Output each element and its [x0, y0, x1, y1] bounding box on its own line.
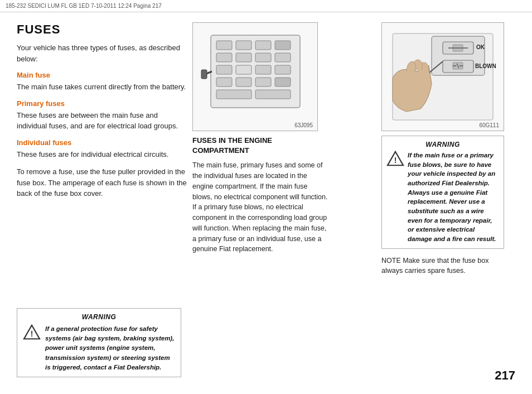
svg-rect-4: [275, 41, 291, 50]
warning-content-right: ! If the main fuse or a primary fuse blo…: [386, 151, 499, 244]
main-fuse-text: The main fuse takes current directly fro…: [17, 81, 190, 93]
warning-text-right: If the main fuse or a primary fuse blows…: [408, 151, 499, 244]
warning-header-bottom: WARNING: [23, 313, 175, 321]
ok-blown-svg: OK BLOWN: [387, 28, 499, 126]
section-primary-fuses: Primary fuses These fuses are between th…: [17, 99, 190, 132]
diagram-right-caption: 60G111: [479, 122, 499, 128]
warning-box-bottom: WARNING ! If a general protection fuse f…: [17, 308, 181, 377]
svg-rect-10: [236, 65, 252, 74]
svg-rect-2: [236, 41, 252, 50]
warning-content-bottom: ! If a general protection fuse for safet…: [23, 324, 175, 372]
svg-rect-17: [216, 90, 252, 99]
warning-triangle-icon-right: !: [386, 151, 404, 166]
engine-compartment-text: The main fuse, primary fuses and some of…: [192, 160, 329, 254]
svg-rect-16: [275, 78, 291, 87]
section-individual-fuses: Individual fuses These fuses are for ind…: [17, 138, 190, 160]
note-text: NOTE Make sure that the fuse box always …: [381, 256, 504, 277]
svg-rect-18: [255, 90, 291, 99]
svg-rect-15: [255, 78, 271, 87]
warning-triangle-icon-bottom: !: [23, 324, 41, 340]
svg-rect-7: [255, 53, 271, 62]
engine-compartment-heading: FUSES IN THE ENGINE COMPARTMENT: [192, 136, 329, 156]
main-fuse-heading: Main fuse: [17, 71, 190, 79]
warning-text-bottom: If a general protection fuse for safety …: [45, 324, 175, 372]
svg-rect-20: [201, 70, 207, 79]
svg-rect-13: [216, 78, 232, 87]
svg-text:BLOWN: BLOWN: [475, 63, 496, 69]
svg-rect-8: [275, 53, 291, 62]
header-text: 185-232 SEDICI LUM FL GB 1ED 7-10-2011 1…: [6, 3, 162, 9]
svg-rect-3: [255, 41, 271, 50]
fuse-diagram-left: 63J095: [192, 22, 318, 131]
warning-box-right: WARNING ! If the main fuse or a primary …: [381, 136, 504, 249]
section-main-fuse: Main fuse The main fuse takes current di…: [17, 71, 190, 93]
middle-column: 63J095 FUSES IN THE ENGINE COMPARTMENT T…: [192, 22, 329, 254]
page-title: FUSES: [17, 22, 190, 37]
warning-header-right: WARNING: [386, 141, 499, 148]
intro-text: Your vehicle has three types of fuses, a…: [17, 42, 190, 64]
header-bar: 185-232 SEDICI LUM FL GB 1ED 7-10-2011 1…: [0, 0, 532, 12]
svg-rect-1: [216, 41, 232, 50]
svg-text:!: !: [31, 329, 33, 338]
svg-rect-5: [216, 53, 232, 62]
individual-fuses-heading: Individual fuses: [17, 138, 190, 147]
primary-fuses-heading: Primary fuses: [17, 99, 190, 108]
right-column: OK BLOWN 60G111 WARNING !: [381, 22, 515, 276]
svg-rect-12: [275, 65, 291, 74]
svg-text:!: !: [394, 156, 397, 165]
ok-label-svg: OK: [476, 44, 485, 50]
fuse-ok-blown-diagram: OK BLOWN 60G111: [381, 22, 504, 131]
page-number: 217: [495, 368, 515, 383]
svg-rect-11: [255, 65, 271, 74]
svg-rect-9: [216, 65, 232, 74]
diagram-left-caption: 63J095: [294, 122, 313, 128]
svg-rect-14: [236, 78, 252, 87]
individual-fuses-text: These fuses are for individual electrica…: [17, 149, 190, 160]
fuse-diagram-svg: [200, 30, 311, 124]
left-column: FUSES Your vehicle has three types of fu…: [17, 22, 190, 206]
primary-fuses-text: These fuses are between the main fuse an…: [17, 110, 190, 132]
fuse-puller-text: To remove a fuse, use the fuse puller pr…: [17, 166, 190, 199]
svg-rect-6: [236, 53, 252, 62]
